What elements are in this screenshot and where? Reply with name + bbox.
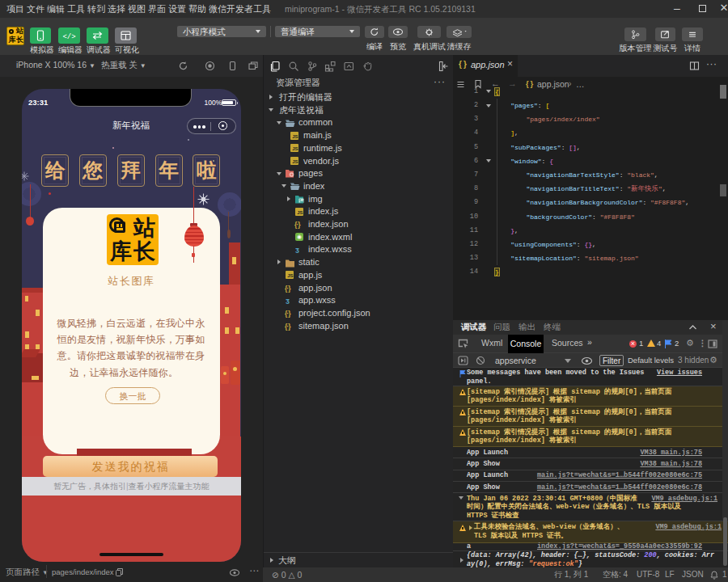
svg-text:</>: </>	[62, 33, 75, 41]
